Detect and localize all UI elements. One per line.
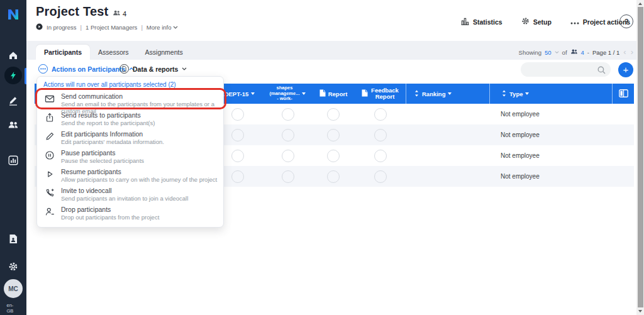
showing-label: Showing	[519, 49, 541, 56]
main-area: Project Test 4 In progress | 1 Project M…	[26, 0, 644, 315]
page-label: Page 1 / 1	[592, 49, 619, 56]
active-indicator	[25, 68, 26, 84]
status-circle	[327, 108, 340, 121]
column-report: Report	[311, 84, 355, 104]
pencil-icon	[45, 131, 55, 141]
type-cell: Not employee	[489, 104, 612, 124]
more-info-label: More info	[147, 24, 172, 31]
status-circle	[231, 129, 244, 141]
status-circle	[327, 150, 340, 162]
chevron-down-icon	[182, 67, 187, 70]
tab-assessors[interactable]: Assessors	[90, 45, 136, 60]
column-label: Ranking	[422, 91, 445, 97]
bolt-icon[interactable]	[4, 67, 22, 84]
statistics-button[interactable]: Statistics	[461, 18, 502, 26]
page-prev-button[interactable]: ‹	[623, 49, 626, 55]
menu-item-pause-participants[interactable]: Pause participants Pause the selected pa…	[37, 149, 223, 168]
status-circle	[374, 150, 387, 162]
data-reports-button[interactable]: Data & reports	[119, 64, 187, 74]
column-shapes[interactable]: shapes (manageme... - work-	[264, 84, 311, 104]
type-cell: Not employee	[489, 145, 612, 166]
type-cell: Not employee	[489, 166, 612, 187]
sort-icon	[501, 90, 507, 98]
pencil-icon[interactable]	[8, 96, 18, 106]
scroll-up-arrow[interactable]	[638, 3, 642, 5]
column-label: ADEPT-15	[220, 91, 248, 97]
status-circle	[231, 170, 244, 183]
pause-circle-icon	[45, 150, 55, 160]
column-ranking[interactable]: Ranking	[406, 84, 489, 104]
column-label: Type	[509, 91, 523, 97]
total-count: 4	[581, 49, 584, 56]
page-title: Project Test	[36, 4, 108, 19]
scroll-down-arrow[interactable]	[638, 310, 642, 312]
file-icon	[319, 89, 326, 98]
contact-card-icon[interactable]	[9, 234, 18, 244]
menu-item-send-communication[interactable]: Send communication Send an email to the …	[37, 92, 223, 111]
more-info-link[interactable]: More info	[147, 24, 179, 31]
menu-item-title: Edit participants Information	[61, 130, 164, 138]
people-icon	[113, 9, 121, 18]
separator: |	[80, 24, 82, 31]
menu-item-resume-participants[interactable]: Resume participants Allow participants t…	[37, 168, 223, 187]
chevron-down-icon	[251, 92, 255, 95]
status-circle	[282, 150, 294, 162]
gear-icon[interactable]	[8, 262, 18, 272]
menu-item-title: Invite to videocall	[61, 187, 188, 194]
page-next-button[interactable]: ›	[630, 49, 634, 55]
menu-item-edit-participants[interactable]: Edit participants Information Edit parti…	[37, 130, 223, 149]
actions-dropdown-menu: Actions will run over all participants s…	[36, 76, 224, 228]
menu-item-title: Send communication	[61, 92, 218, 100]
participant-count-value: 4	[123, 10, 126, 18]
tabs: Participants Assessors Assignments	[36, 45, 191, 60]
status-circle	[374, 108, 387, 121]
menu-item-title: Send results to participants	[61, 111, 155, 119]
statistics-icon	[461, 18, 469, 26]
menu-item-desc: Send the report to the participant(s)	[61, 119, 155, 126]
status-circle	[282, 170, 294, 183]
avatar[interactable]: MC	[4, 279, 23, 298]
setup-button[interactable]: Setup	[521, 17, 552, 26]
menu-item-invite-videocall[interactable]: Invite to videocall Send participants an…	[37, 187, 223, 206]
home-icon[interactable]	[8, 50, 18, 60]
menu-note: Actions will run over all participants s…	[37, 80, 223, 92]
chevron-down-icon	[555, 51, 559, 53]
ellipsis-circle-icon	[38, 64, 48, 74]
setup-label: Setup	[533, 18, 552, 26]
menu-item-title: Resume participants	[61, 168, 217, 175]
tab-participants[interactable]: Participants	[36, 45, 90, 60]
statistics-label: Statistics	[473, 18, 502, 26]
menu-item-desc: Edit participants' metadata information.	[61, 138, 164, 145]
help-button[interactable]: ?	[619, 14, 633, 28]
columns-icon	[619, 89, 628, 99]
ellipsis-icon	[570, 18, 579, 26]
column-type[interactable]: Type	[489, 84, 612, 104]
dash: -	[587, 49, 589, 56]
sidebar: MC en-GB	[0, 0, 26, 315]
managers-label: 1 Project Managers	[86, 24, 137, 31]
menu-item-desc: Pause the selected participants	[61, 157, 144, 164]
phone-plus-icon	[45, 188, 55, 198]
app-logo[interactable]	[5, 6, 21, 23]
project-subtitle: In progress | 1 Project Managers | More …	[36, 23, 178, 31]
people-icon[interactable]	[8, 120, 19, 130]
scrollbar-thumb[interactable]	[638, 7, 643, 307]
envelope-icon	[45, 94, 55, 104]
type-cell: Not employee	[489, 124, 612, 145]
scrollbar	[636, 0, 644, 315]
column-picker-button[interactable]	[612, 84, 634, 104]
pagination: Showing 50 of 4 - Page 1 / 1 ‹ ›	[519, 48, 634, 56]
menu-item-drop-participants[interactable]: Drop participants Drop out participants …	[37, 206, 223, 224]
chart-icon[interactable]	[8, 155, 18, 165]
of-label: of	[562, 49, 567, 56]
add-button[interactable]: +	[618, 62, 633, 77]
status-circle	[231, 108, 244, 121]
in-progress-icon	[36, 23, 43, 31]
status-circle	[282, 129, 294, 141]
chevron-down-icon	[525, 92, 529, 95]
separator: |	[141, 24, 142, 31]
menu-item-desc: Allow participants to carry on with the …	[61, 176, 217, 183]
page-size-select[interactable]: 50	[545, 49, 552, 56]
people-icon	[570, 48, 578, 56]
tab-assignments[interactable]: Assignments	[137, 45, 191, 60]
